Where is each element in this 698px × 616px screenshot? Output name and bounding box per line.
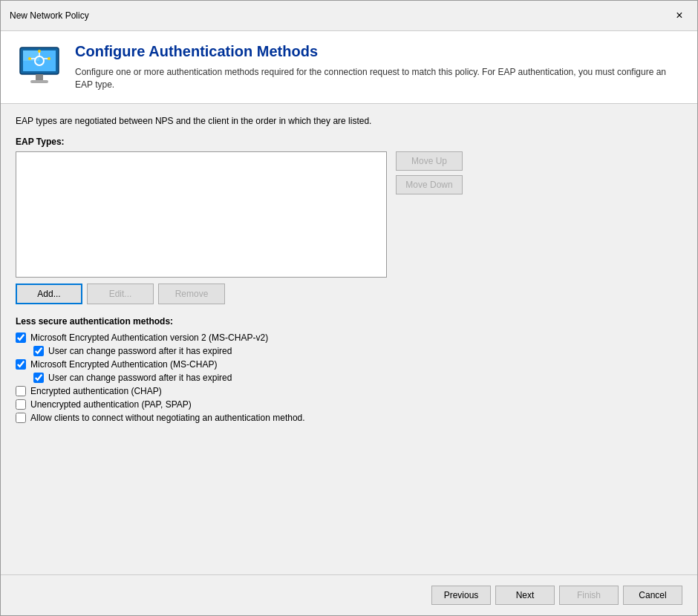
svg-rect-3 <box>36 74 43 80</box>
checkbox-label-mschap: Microsoft Encrypted Authentication (MS-C… <box>30 359 217 370</box>
checkbox-item: Allow clients to connect without negotia… <box>16 413 682 423</box>
checkbox-mschap[interactable] <box>16 359 26 370</box>
eap-label: EAP Types: <box>16 137 682 147</box>
eap-listbox[interactable] <box>16 151 387 278</box>
cancel-button[interactable]: Cancel <box>623 586 682 605</box>
svg-rect-4 <box>30 80 48 83</box>
checkbox-item: Microsoft Encrypted Authentication (MS-C… <box>16 359 682 370</box>
checkbox-noauth[interactable] <box>16 413 26 423</box>
window-title: New Network Policy <box>10 10 89 21</box>
footer: Previous Next Finish Cancel <box>1 574 697 615</box>
header-section: Configure Authentication Methods Configu… <box>1 31 697 104</box>
checkbox-mschap_expire[interactable] <box>33 373 44 383</box>
checkbox-label-chap: Encrypted authentication (CHAP) <box>30 386 162 396</box>
close-button[interactable]: × <box>671 7 688 24</box>
finish-button[interactable]: Finish <box>559 586 619 605</box>
checkbox-item: User can change password after it has ex… <box>16 346 682 356</box>
checkbox-chap[interactable] <box>16 386 26 396</box>
checkbox-mschapv2[interactable] <box>16 332 26 343</box>
title-bar: New Network Policy × <box>1 1 697 31</box>
checkbox-label-mschap_expire: User can change password after it has ex… <box>48 373 232 383</box>
remove-button[interactable]: Remove <box>158 284 225 304</box>
checkboxes-container: Microsoft Encrypted Authentication versi… <box>16 332 682 423</box>
page-description: Configure one or more authentication met… <box>75 66 682 91</box>
svg-point-10 <box>28 57 31 60</box>
page-title: Configure Authentication Methods <box>75 43 682 60</box>
content-area: EAP types are negotiated between NPS and… <box>1 104 697 574</box>
checkbox-label-mschapv2: Microsoft Encrypted Authentication versi… <box>30 332 268 343</box>
move-up-button[interactable]: Move Up <box>396 151 463 171</box>
checkbox-item: Microsoft Encrypted Authentication versi… <box>16 332 682 343</box>
checkbox-item: Unencrypted authentication (PAP, SPAP) <box>16 399 682 410</box>
main-window: New Network Policy × <box>0 0 698 616</box>
svg-point-9 <box>38 50 41 53</box>
previous-button[interactable]: Previous <box>431 586 491 605</box>
checkbox-item: Encrypted authentication (CHAP) <box>16 386 682 396</box>
checkbox-label-pap: Unencrypted authentication (PAP, SPAP) <box>30 399 192 410</box>
svg-point-11 <box>48 57 50 60</box>
eap-row: Move Up Move Down <box>16 151 682 278</box>
move-down-button[interactable]: Move Down <box>396 175 463 194</box>
checkbox-mschapv2_expire[interactable] <box>33 346 44 356</box>
next-button[interactable]: Next <box>495 586 555 605</box>
checkbox-pap[interactable] <box>16 399 26 410</box>
checkbox-label-mschapv2_expire: User can change password after it has ex… <box>48 346 232 356</box>
less-secure-label: Less secure authentication methods: <box>16 316 682 327</box>
eap-description: EAP types are negotiated between NPS and… <box>16 116 682 126</box>
eap-side-buttons: Move Up Move Down <box>396 151 463 194</box>
eap-action-buttons: Add... Edit... Remove <box>16 284 682 304</box>
edit-button[interactable]: Edit... <box>87 284 154 304</box>
header-icon <box>16 43 63 91</box>
svg-rect-2 <box>23 50 39 61</box>
checkbox-item: User can change password after it has ex… <box>16 373 682 383</box>
header-text: Configure Authentication Methods Configu… <box>75 43 682 91</box>
checkbox-label-noauth: Allow clients to connect without negotia… <box>30 413 305 423</box>
add-button[interactable]: Add... <box>16 284 82 304</box>
